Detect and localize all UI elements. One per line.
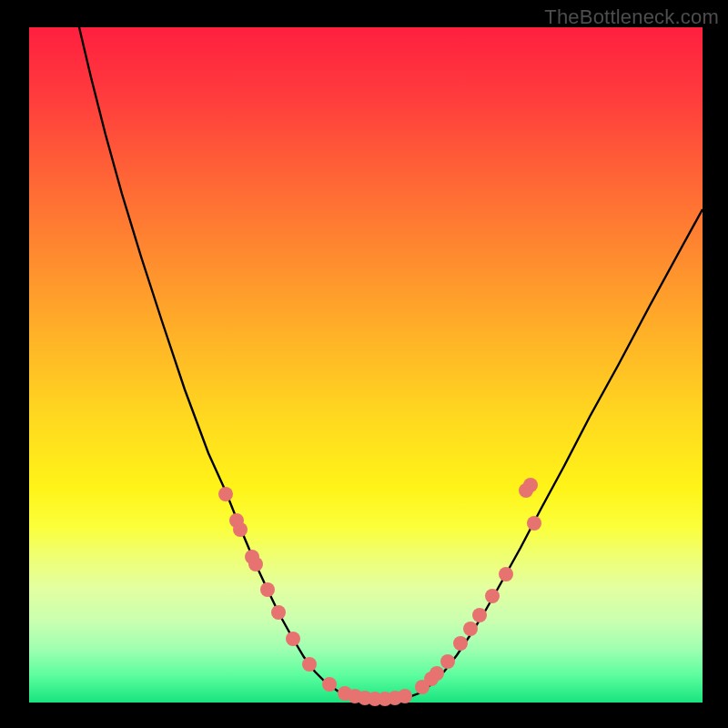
data-point bbox=[472, 608, 487, 622]
data-point bbox=[218, 487, 233, 501]
data-point bbox=[440, 654, 455, 669]
data-point bbox=[453, 636, 468, 651]
data-point bbox=[398, 689, 412, 703]
data-point bbox=[463, 622, 478, 636]
curve-layer bbox=[29, 27, 703, 703]
bottleneck-curve-right bbox=[369, 209, 703, 701]
plot-area bbox=[29, 27, 703, 703]
data-point bbox=[302, 657, 317, 672]
bottleneck-curve-left bbox=[79, 27, 369, 701]
scatter-right-cluster bbox=[415, 478, 541, 694]
watermark-text: TheBottleneck.com bbox=[544, 5, 719, 29]
data-point bbox=[523, 478, 538, 492]
data-point bbox=[485, 589, 500, 603]
data-point bbox=[322, 677, 337, 692]
chart-frame: TheBottleneck.com bbox=[0, 0, 728, 728]
data-point bbox=[233, 522, 248, 537]
data-point bbox=[430, 666, 444, 681]
data-point bbox=[248, 557, 263, 571]
data-point bbox=[499, 567, 513, 581]
data-point bbox=[527, 516, 541, 531]
data-point bbox=[271, 605, 286, 620]
data-point bbox=[260, 582, 275, 597]
data-point bbox=[286, 632, 300, 646]
